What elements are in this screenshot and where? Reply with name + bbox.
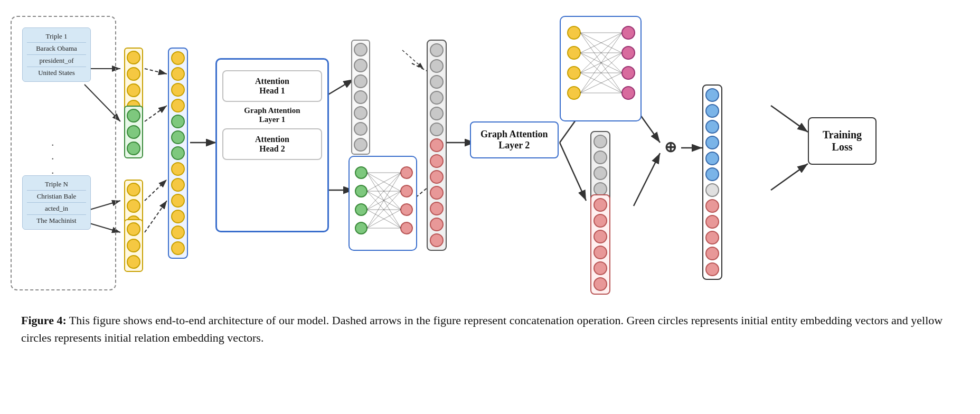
training-loss-label: Training Loss <box>823 129 862 153</box>
gal1-box: AttentionHead 1 Graph AttentionLayer 1 A… <box>215 58 329 232</box>
svg-point-48 <box>568 26 580 39</box>
svg-point-50 <box>568 67 580 79</box>
triple1-box: Triple 1 Barack Obama president_of Unite… <box>22 27 91 82</box>
svg-line-17 <box>560 143 586 201</box>
svg-point-55 <box>622 87 635 99</box>
svg-line-21 <box>771 106 808 132</box>
triples-container: Triple 1 Barack Obama president_of Unite… <box>11 16 116 290</box>
blue-concat-col <box>168 48 188 259</box>
svg-point-28 <box>401 167 412 178</box>
dense-net-upper <box>560 16 642 121</box>
attention-head-1: AttentionHead 1 <box>222 70 322 102</box>
svg-line-19 <box>634 153 660 206</box>
dense-net-lower <box>348 156 417 251</box>
triplен-box: Triple N Christian Bale acted_in The Mac… <box>22 175 91 230</box>
svg-point-26 <box>355 204 367 215</box>
gal2-label: Graph AttentionLayer 2 <box>480 129 548 150</box>
yellow-col-bottom2 <box>124 219 143 272</box>
triplen-header: Triple N <box>27 178 86 191</box>
caption-label: Figure 4: <box>21 314 67 327</box>
svg-point-51 <box>568 87 580 99</box>
triplen-row2: acted_in <box>27 203 86 215</box>
mid-gray-output-col <box>427 40 447 251</box>
svg-line-6 <box>145 69 167 74</box>
svg-point-49 <box>568 46 580 59</box>
attention-head-2: AttentionHead 2 <box>222 128 322 160</box>
gal1-label: Graph AttentionLayer 1 <box>222 106 322 124</box>
svg-point-29 <box>401 185 412 197</box>
plus-symbol: ⊕ <box>664 138 676 156</box>
right-pink-col <box>590 194 610 295</box>
caption-text: This figure shows end-to-end architectur… <box>21 314 943 344</box>
svg-point-24 <box>355 167 367 178</box>
caption-area: Figure 4: This figure shows end-to-end a… <box>0 306 980 357</box>
triple-dots: ··· <box>51 138 54 180</box>
training-loss-box: Training Loss <box>808 117 877 165</box>
triplen-row1: Christian Bale <box>27 191 86 203</box>
svg-line-22 <box>771 164 808 190</box>
svg-point-52 <box>622 26 635 39</box>
diagram-area: Triple 1 Barack Obama president_of Unite… <box>0 0 980 306</box>
svg-line-23 <box>402 50 423 69</box>
output-col <box>702 84 722 280</box>
svg-point-25 <box>355 185 367 197</box>
svg-line-7 <box>145 106 167 121</box>
gal2-label-box: Graph AttentionLayer 2 <box>470 121 559 158</box>
svg-line-11 <box>327 79 354 95</box>
svg-point-30 <box>401 204 412 215</box>
mid-gray-col-top <box>351 40 370 155</box>
triple1-row3: United States <box>27 67 86 79</box>
triplen-row3: The Machinist <box>27 215 86 227</box>
svg-point-54 <box>622 67 635 79</box>
triple1-header: Triple 1 <box>27 31 86 43</box>
svg-point-27 <box>355 222 367 234</box>
green-col <box>124 106 143 158</box>
svg-point-53 <box>622 46 635 59</box>
svg-line-9 <box>145 201 167 232</box>
svg-point-31 <box>401 222 412 234</box>
triple1-row1: Barack Obama <box>27 43 86 55</box>
triple1-row2: president_of <box>27 55 86 67</box>
svg-line-8 <box>145 180 167 201</box>
